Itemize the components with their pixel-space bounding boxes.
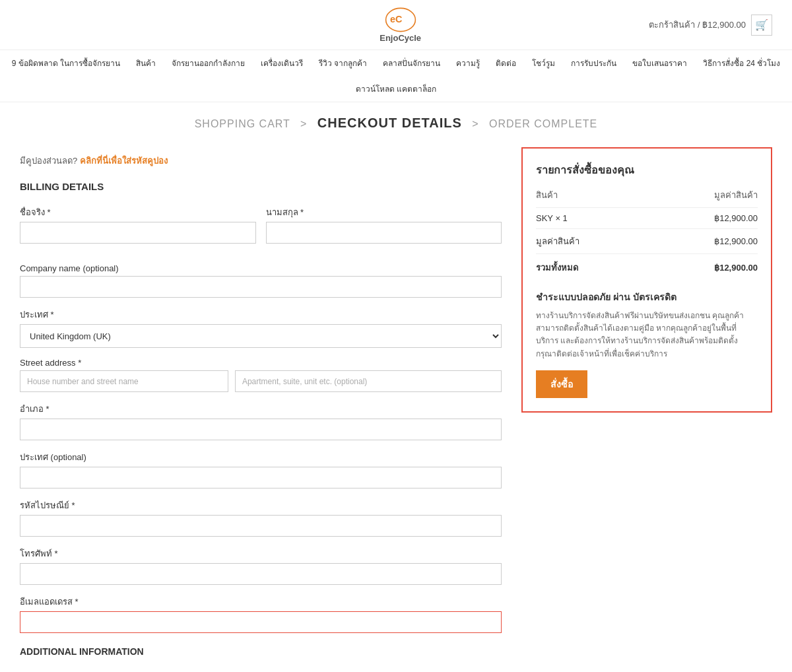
- subtotal-label: มูลค่าสินค้า: [536, 229, 647, 254]
- main-nav: 9 ข้อผิดพลาด ในการซื้อจักรยาน สินค้า จัก…: [0, 50, 792, 102]
- coupon-bar: มีคูปองส่วนลด? คลิกที่นี่เพื่อใส่รหัสคูป…: [20, 147, 502, 181]
- nav-item-6[interactable]: คลาสปั่นจักรยาน: [375, 50, 448, 76]
- cart-label: ตะกร้าสินค้า / ฿12,900.00: [649, 18, 746, 32]
- subtotal-value: ฿12,900.00: [647, 229, 758, 254]
- phone-label: โทรศัพท์ *: [20, 547, 502, 560]
- additional-title: ADDITIONAL INFORMATION: [20, 646, 502, 660]
- product-price: ฿12,900.00: [647, 208, 758, 229]
- first-name-input[interactable]: [20, 222, 256, 244]
- street-input[interactable]: [20, 370, 228, 392]
- summary-table: สินค้า มูลค่าสินค้า SKY × 1 ฿12,900.00 ม…: [536, 188, 758, 280]
- billing-title: BILLING DETAILS: [20, 181, 502, 195]
- logo-text: EnjoCycle: [380, 33, 421, 43]
- nav-item-5[interactable]: รีวิว จากลูกค้า: [311, 50, 375, 76]
- nav-item-1[interactable]: 9 ข้อผิดพลาด ในการซื้อจักรยาน: [4, 50, 128, 76]
- nav-item-9[interactable]: โชว์รูม: [524, 50, 563, 76]
- province-input[interactable]: [20, 467, 502, 488]
- payment-title: ชำระแบบปลอดภัย ผ่าน บัตรเครดิต: [536, 290, 758, 304]
- first-name-label: ชื่อจริง *: [20, 205, 256, 219]
- additional-section: ADDITIONAL INFORMATION Order notes (opti…: [20, 646, 502, 672]
- postcode-label: รหัสไปรษณีย์ *: [20, 498, 502, 512]
- street2-input[interactable]: [235, 370, 502, 392]
- email-group: อีเมลแอดเดรส *: [20, 595, 502, 633]
- payment-section: ชำระแบบปลอดภัย ผ่าน บัตรเครดิต ทางร้านบร…: [536, 290, 758, 360]
- cart-icon[interactable]: 🛒: [751, 15, 772, 36]
- nav-item-11[interactable]: ขอใบเสนอราคา: [624, 50, 695, 76]
- product-row: SKY × 1 ฿12,900.00: [536, 208, 758, 229]
- email-label: อีเมลแอดเดรส *: [20, 595, 502, 609]
- breadcrumb-step2: CHECKOUT DETAILS: [317, 116, 462, 130]
- last-name-label: นามสกุล *: [266, 205, 502, 219]
- cart-info: ตะกร้าสินค้า / ฿12,900.00 🛒: [649, 15, 772, 36]
- order-summary-box: รายการสั่งซื้อของคุณ สินค้า มูลค่าสินค้า…: [521, 147, 772, 413]
- product-name: SKY × 1: [536, 208, 647, 229]
- nav-item-2[interactable]: สินค้า: [128, 50, 164, 76]
- nav-item-3[interactable]: จักรยานออกกำลังกาย: [164, 50, 253, 76]
- street-label: Street address *: [20, 358, 502, 368]
- last-name-input[interactable]: [266, 222, 502, 244]
- main-content: มีคูปองส่วนลด? คลิกที่นี่เพื่อใส่รหัสคูป…: [0, 147, 792, 672]
- nav-item-8[interactable]: ติดต่อ: [488, 50, 524, 76]
- top-header: eC EnjoCycle ตะกร้าสินค้า / ฿12,900.00 🛒: [0, 0, 792, 50]
- postcode-input[interactable]: [20, 515, 502, 537]
- province-group: ประเทศ (optional): [20, 450, 502, 488]
- country-group: ประเทศ * United Kingdom (UK) Thailand US…: [20, 308, 502, 348]
- phone-input[interactable]: [20, 563, 502, 585]
- col-price: มูลค่าสินค้า: [647, 188, 758, 208]
- province-label: ประเทศ (optional): [20, 450, 502, 464]
- coupon-text: มีคูปองส่วนลด?: [20, 156, 77, 166]
- breadcrumb-step3: ORDER COMPLETE: [489, 118, 597, 129]
- right-column: รายการสั่งซื้อของคุณ สินค้า มูลค่าสินค้า…: [521, 147, 772, 672]
- nav-item-4[interactable]: เครื่องเดินวรี: [253, 50, 311, 76]
- coupon-link[interactable]: คลิกที่นี่เพื่อใส่รหัสคูปอง: [80, 156, 168, 166]
- payment-desc: ทางร้านบริการจัดส่งสินค้าฟรีผ่านบริษัทขน…: [536, 310, 758, 360]
- order-button[interactable]: สั่งซื้อ: [536, 370, 587, 398]
- name-row: ชื่อจริง * นามสกุล *: [20, 205, 502, 253]
- left-column: มีคูปองส่วนลด? คลิกที่นี่เพื่อใส่รหัสคูป…: [20, 147, 502, 672]
- postcode-group: รหัสไปรษณีย์ *: [20, 498, 502, 537]
- col-product: สินค้า: [536, 188, 647, 208]
- billing-section: BILLING DETAILS ชื่อจริง * นามสกุล * Com…: [20, 181, 502, 633]
- phone-group: โทรศัพท์ *: [20, 547, 502, 585]
- breadcrumb-sep2: >: [472, 118, 478, 129]
- subtotal-row: มูลค่าสินค้า ฿12,900.00: [536, 229, 758, 254]
- nav-item-13[interactable]: ดาวน์โหลด แคตตาล็อก: [348, 76, 444, 102]
- total-value: ฿12,900.00: [647, 254, 758, 281]
- company-label: Company name (optional): [20, 263, 502, 273]
- country-select[interactable]: United Kingdom (UK) Thailand USA Japan: [20, 324, 502, 348]
- nav-item-12[interactable]: วิธีการสั่งซื้อ 24 ชั่วโมง: [695, 50, 788, 76]
- total-row: รวมทั้งหมด ฿12,900.00: [536, 254, 758, 281]
- breadcrumb: SHOPPING CART > CHECKOUT DETAILS > ORDER…: [0, 102, 792, 147]
- svg-text:eC: eC: [390, 14, 402, 24]
- district-group: อำเภอ *: [20, 402, 502, 440]
- company-group: Company name (optional): [20, 263, 502, 298]
- order-summary-title: รายการสั่งซื้อของคุณ: [536, 162, 758, 178]
- last-name-group: นามสกุล *: [266, 205, 502, 244]
- first-name-group: ชื่อจริง *: [20, 205, 256, 244]
- country-label: ประเทศ *: [20, 308, 502, 321]
- district-input[interactable]: [20, 419, 502, 440]
- logo[interactable]: eC EnjoCycle: [380, 7, 421, 43]
- street-group: Street address *: [20, 358, 502, 392]
- district-label: อำเภอ *: [20, 402, 502, 416]
- email-input[interactable]: [20, 611, 502, 633]
- nav-item-7[interactable]: ความรู้: [448, 50, 488, 76]
- breadcrumb-step1: SHOPPING CART: [195, 118, 290, 129]
- street-row: [20, 370, 502, 392]
- breadcrumb-sep1: >: [300, 118, 307, 129]
- company-input[interactable]: [20, 276, 502, 298]
- nav-item-10[interactable]: การรับประกัน: [563, 50, 624, 76]
- total-label: รวมทั้งหมด: [536, 254, 647, 281]
